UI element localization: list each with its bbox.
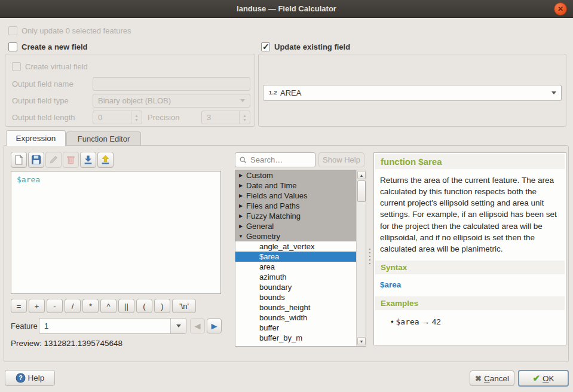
operator-concat-button[interactable]: || (118, 299, 134, 313)
field-calculator-dialog: landuse — Field Calculator ✕ Only update… (0, 0, 573, 392)
import-expression-button[interactable] (80, 152, 96, 168)
precision-label: Precision (148, 113, 179, 122)
tree-item-boundary[interactable]: boundary (235, 282, 357, 292)
tree-group-files-and-paths[interactable]: ▶Files and Paths (235, 201, 357, 211)
scroll-down-icon[interactable]: ▼ (357, 337, 366, 345)
operator-plus-button[interactable]: + (29, 299, 45, 313)
create-new-field-label: Create a new field (22, 42, 88, 51)
search-input[interactable] (250, 155, 310, 164)
splitter-grip-icon (369, 249, 370, 267)
spinner-arrows-icon: ▲▼ (131, 111, 142, 124)
operator-minus-button[interactable]: - (47, 299, 63, 313)
preview-label: Preview: (11, 339, 42, 348)
export-expression-button[interactable] (97, 152, 114, 168)
tree-item-buffer[interactable]: buffer (235, 323, 357, 333)
help-syntax-value: $area (374, 277, 566, 294)
chevron-right-icon[interactable]: ▶ (235, 180, 246, 191)
only-update-checkbox: Only update 0 selected features (8, 26, 131, 35)
output-field-length-label: Output field length (12, 113, 75, 122)
chevron-right-icon[interactable]: ▶ (235, 211, 246, 221)
operator-open-paren-button[interactable]: ( (136, 299, 152, 313)
tree-item-area[interactable]: area (235, 262, 357, 272)
combo-arrow-button[interactable] (170, 318, 186, 333)
operator-power-button[interactable]: ^ (100, 299, 117, 313)
output-field-length-value: 0 (98, 113, 102, 122)
tree-group-date-and-time[interactable]: ▶Date and Time (235, 180, 357, 191)
output-field-type-value: Binary object (BLOB) (98, 96, 171, 105)
operator-newline-button[interactable]: '\n' (172, 299, 196, 313)
show-help-button: Show Help (318, 152, 364, 167)
delete-expression-button (63, 152, 79, 168)
function-tree: ▶Custom ▶Date and Time ▶Fields and Value… (235, 170, 366, 347)
operator-close-paren-button[interactable]: ) (154, 299, 170, 313)
svg-text:?: ? (19, 374, 22, 381)
tab-function-editor[interactable]: Function Editor (66, 131, 141, 146)
chevron-right-icon[interactable]: ▶ (235, 170, 246, 180)
scrollbar-thumb[interactable] (357, 180, 366, 202)
checkbox-icon (8, 26, 17, 35)
update-existing-field-checkbox[interactable]: Update existing field (261, 42, 350, 51)
new-expression-button[interactable] (11, 152, 27, 168)
output-field-type-label: Output field type (12, 96, 69, 105)
tree-item-buffer-by-m[interactable]: buffer_by_m (235, 333, 357, 343)
help-syntax-header: Syntax (375, 261, 565, 274)
operator-equals-button[interactable]: = (11, 299, 27, 313)
checkbox-icon (12, 62, 21, 71)
scroll-up-icon[interactable]: ▲ (357, 171, 366, 179)
function-search[interactable] (235, 152, 315, 167)
save-expression-button[interactable] (28, 152, 44, 168)
next-feature-button[interactable]: ▶ (207, 318, 222, 333)
only-update-label: Only update 0 selected features (22, 26, 131, 35)
panel-splitter[interactable] (367, 170, 373, 347)
help-title: function $area (375, 154, 565, 169)
arrow-right-glyph: → (421, 317, 430, 326)
output-field-length-spinner: 0 ▲▼ (93, 111, 142, 124)
tree-item-azimuth[interactable]: azimuth (235, 272, 357, 282)
function-help-panel: function $area Returns the area of the c… (373, 152, 566, 345)
ok-button[interactable]: ✔ OK (518, 370, 569, 387)
title-bar[interactable]: landuse — Field Calculator ✕ (0, 0, 573, 18)
tree-item-bounds-height[interactable]: bounds_height (235, 302, 357, 313)
tree-group-geometry[interactable]: ▼Geometry (235, 231, 357, 241)
tree-scrollbar[interactable]: ▲ ▼ (356, 170, 366, 346)
cancel-button[interactable]: ✖ Cancel (470, 370, 514, 386)
arrow-left-icon: ◀ (195, 321, 201, 330)
help-question-icon: ? (16, 373, 26, 383)
tree-group-fuzzy-matching[interactable]: ▶Fuzzy Matching (235, 211, 357, 221)
preview-value: 1312821.1395745648 (44, 339, 122, 348)
tree-group-fields-and-values[interactable]: ▶Fields and Values (235, 191, 357, 201)
operator-divide-button[interactable]: / (65, 299, 81, 313)
help-description: Returns the area of the current feature.… (374, 169, 566, 258)
tree-item-bounds[interactable]: bounds (235, 292, 357, 302)
expression-editor[interactable]: $area (11, 171, 221, 294)
help-button-label: Help (28, 373, 45, 382)
checkbox-icon[interactable] (8, 42, 17, 51)
create-virtual-field-label: Create virtual field (25, 62, 88, 71)
feature-combo[interactable]: 1 (39, 318, 186, 334)
expression-code[interactable]: $area (11, 172, 220, 184)
operator-multiply-button[interactable]: * (82, 299, 99, 313)
create-virtual-field-checkbox: Create virtual field (12, 62, 88, 71)
feature-value: 1 (44, 321, 48, 330)
chevron-down-icon[interactable]: ▼ (235, 231, 246, 241)
pencil-icon (48, 155, 59, 165)
search-icon (239, 156, 247, 164)
chevron-right-icon[interactable]: ▶ (235, 221, 246, 231)
tree-item-bounds-width[interactable]: bounds_width (235, 313, 357, 323)
tree-group-general[interactable]: ▶General (235, 221, 357, 231)
chevron-right-icon[interactable]: ▶ (235, 191, 246, 201)
arrow-up-from-bar-icon (100, 155, 111, 165)
tree-group-custom[interactable]: ▶Custom (235, 170, 357, 180)
checkbox-checked-icon[interactable] (261, 42, 270, 51)
help-button[interactable]: ? Help (5, 370, 55, 386)
tab-expression[interactable]: Expression (6, 130, 66, 146)
help-examples-header: Examples (375, 296, 565, 310)
window-title: landuse — Field Calculator (237, 4, 336, 13)
close-icon[interactable]: ✕ (554, 2, 567, 16)
create-new-field-checkbox[interactable]: Create a new field (8, 42, 88, 51)
tree-item-area-function-selected[interactable]: $area (235, 252, 357, 262)
existing-field-combo[interactable]: 1.2 AREA (263, 85, 562, 101)
chevron-right-icon[interactable]: ▶ (235, 201, 246, 211)
tree-item-angle-at-vertex[interactable]: angle_at_vertex (235, 241, 357, 252)
precision-spinner: 3 ▲▼ (201, 111, 250, 124)
